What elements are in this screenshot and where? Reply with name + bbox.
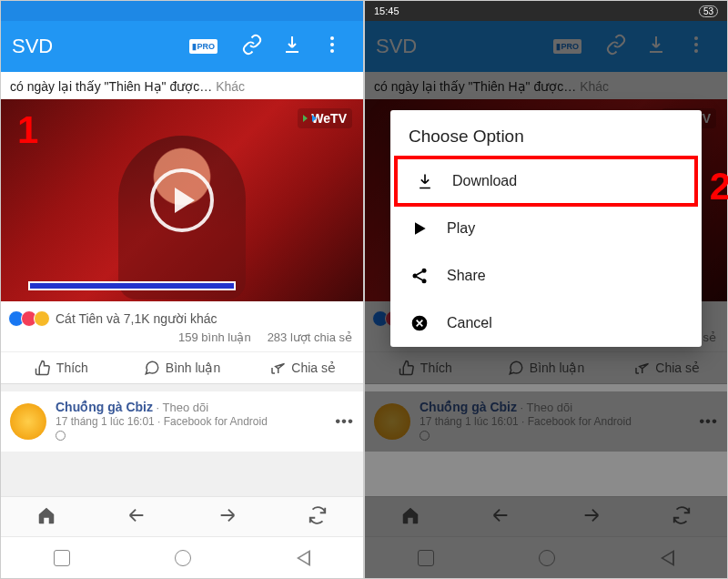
- status-bar: [1, 1, 363, 21]
- post-timestamp: 17 tháng 1 lúc 16:01 · Facebook for Andr…: [56, 415, 326, 428]
- download-icon: [416, 172, 434, 190]
- play-icon: [410, 219, 429, 238]
- svg-point-0: [330, 36, 334, 40]
- download-option[interactable]: Download: [396, 157, 696, 205]
- action-bar: Thích Bình luận Chia sẻ: [1, 351, 363, 384]
- post-caption: có ngày lại thấy "Thiên Hạ" được… Khác: [1, 72, 363, 99]
- choose-option-dialog: Choose Option Download Play Share Cancel: [390, 110, 702, 347]
- video-progress-bar: [28, 281, 236, 290]
- post-more-icon[interactable]: •••: [335, 412, 354, 431]
- recents-button[interactable]: [54, 550, 70, 566]
- reactions-bar: Cát Tiên và 7,1K người khác 159 bình luậ…: [1, 301, 363, 351]
- share-icon: [410, 267, 429, 285]
- share-option[interactable]: Share: [390, 252, 702, 300]
- svg-point-1: [330, 43, 334, 46]
- avatar[interactable]: [10, 403, 46, 440]
- follow-link[interactable]: Theo dõi: [163, 401, 209, 414]
- refresh-icon[interactable]: [308, 505, 328, 529]
- video-thumbnail[interactable]: 1 WeTV: [1, 99, 363, 301]
- home-icon[interactable]: [36, 505, 56, 529]
- comment-button[interactable]: Bình luận: [122, 360, 243, 376]
- like-button[interactable]: Thích: [1, 360, 122, 376]
- pro-badge[interactable]: ▮PRO: [189, 39, 217, 54]
- battery-level: 53: [699, 5, 718, 17]
- comment-count[interactable]: 159 bình luận: [178, 330, 251, 344]
- status-bar: 15:45 53: [365, 1, 727, 21]
- step-annotation-2: 2: [710, 165, 728, 208]
- system-nav: [1, 536, 363, 578]
- play-option[interactable]: Play: [390, 205, 702, 252]
- reaction-icons[interactable]: [12, 310, 50, 327]
- download-icon[interactable]: [272, 28, 312, 65]
- back-icon[interactable]: [126, 505, 147, 529]
- wetv-watermark: WeTV: [298, 108, 352, 128]
- step-annotation-1: 1: [17, 108, 38, 152]
- back-button[interactable]: [297, 550, 310, 566]
- share-button[interactable]: Chia sẻ: [242, 360, 363, 376]
- dialog-title: Choose Option: [390, 110, 702, 157]
- phone-screen-2: 15:45 53 SVD ▮PRO có ngày lại thấy "Thiê…: [364, 0, 728, 579]
- author-name[interactable]: Chuồng gà Cbiz: [56, 400, 153, 414]
- app-title: SVD: [12, 35, 189, 58]
- home-button[interactable]: [175, 550, 191, 566]
- cancel-option[interactable]: Cancel: [390, 300, 702, 347]
- app-toolbar: SVD ▮PRO: [1, 21, 363, 72]
- menu-dots-icon[interactable]: [312, 28, 352, 65]
- svg-point-2: [330, 49, 334, 53]
- svg-point-7: [413, 274, 418, 279]
- browser-nav: [1, 496, 363, 536]
- globe-icon: [56, 431, 66, 441]
- forward-icon[interactable]: [217, 505, 238, 529]
- share-count[interactable]: 283 lượt chia sẻ: [268, 330, 352, 344]
- link-icon[interactable]: [232, 28, 272, 65]
- svg-point-8: [422, 279, 427, 283]
- caption-more[interactable]: Khác: [216, 79, 245, 94]
- next-post-header[interactable]: Chuồng gà Cbiz · Theo dõi 17 tháng 1 lúc…: [1, 391, 363, 452]
- status-time: 15:45: [374, 5, 399, 16]
- phone-screen-1: SVD ▮PRO có ngày lại thấy "Thiên Hạ" đượ…: [0, 0, 364, 579]
- play-icon[interactable]: [150, 168, 214, 232]
- cancel-icon: [410, 314, 429, 332]
- reaction-count[interactable]: Cát Tiên và 7,1K người khác: [56, 311, 217, 326]
- svg-point-6: [422, 269, 427, 273]
